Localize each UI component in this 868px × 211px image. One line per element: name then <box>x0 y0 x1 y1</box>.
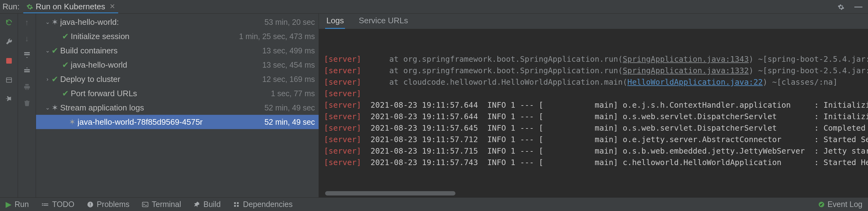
tree-item-time: 12 sec, 169 ms <box>260 75 315 84</box>
log-line: [server] 2021-08-23 19:11:57.644 INFO 1 … <box>324 111 868 122</box>
tree-item-name: Stream application logs <box>60 103 262 113</box>
svg-rect-0 <box>6 78 11 83</box>
source-link[interactable]: SpringApplication.java:1332 <box>623 66 749 75</box>
svg-rect-9 <box>143 202 148 207</box>
check-icon: ✔ <box>51 74 59 84</box>
log-line: [server] at cloudcode.helloworld.HelloWo… <box>324 76 868 88</box>
expand-all-icon[interactable] <box>23 50 31 59</box>
chevron-icon[interactable]: ⌄ <box>44 47 51 54</box>
log-line: [server] at org.springframework.boot.Spr… <box>324 65 868 76</box>
log-line: [server] 2021-08-23 19:11:57.715 INFO 1 … <box>324 145 868 157</box>
log-console[interactable]: [server] at org.springframework.boot.Spr… <box>319 29 868 197</box>
footer-terminal[interactable]: Terminal <box>142 200 181 209</box>
tree-row[interactable]: ✔Port forward URLs1 sec, 77 ms <box>36 86 319 100</box>
log-tab[interactable]: Logs <box>325 13 345 29</box>
spinner-icon: ✶ <box>51 18 59 27</box>
pushpin-icon[interactable] <box>5 95 13 103</box>
stop-icon[interactable] <box>5 57 13 65</box>
tree-item-name: java-hello-world <box>71 60 260 70</box>
arrow-up-icon[interactable]: ↑ <box>23 18 31 27</box>
spinner-icon: ✶ <box>51 103 59 113</box>
tree-item-time: 52 min, 49 sec <box>262 118 315 127</box>
tree-row[interactable]: ⌄✶java-hello-world:53 min, 20 sec <box>36 15 319 29</box>
source-link[interactable]: HelloWorldApplication.java:22 <box>627 78 763 87</box>
tree-row[interactable]: ⌄✶Stream application logs52 min, 49 sec <box>36 100 319 115</box>
layout-icon[interactable] <box>5 76 13 84</box>
svg-rect-4 <box>24 69 30 70</box>
footer-event-log-label: Event Log <box>827 200 862 209</box>
tree-item-name: Build containers <box>60 46 260 56</box>
log-tab[interactable]: Service URLs <box>358 13 409 29</box>
footer-problems[interactable]: Problems <box>87 200 130 209</box>
tree-item-name: java-hello-world: <box>60 18 262 27</box>
minimize-icon[interactable]: — <box>851 2 866 11</box>
close-icon[interactable]: ✕ <box>110 2 115 10</box>
chevron-icon[interactable]: ⌄ <box>44 19 51 25</box>
svg-rect-5 <box>24 71 30 72</box>
rerun-icon[interactable] <box>5 18 13 27</box>
run-steps-tree[interactable]: ⌄✶java-hello-world:53 min, 20 sec✔Initia… <box>36 14 319 197</box>
log-line: [server] 2021-08-23 19:11:57.712 INFO 1 … <box>324 134 868 145</box>
svg-rect-3 <box>24 54 30 55</box>
check-icon: ✔ <box>61 32 69 41</box>
event-log-badge-icon: ✔ <box>819 202 824 207</box>
footer-dependencies[interactable]: Dependencies <box>233 200 292 209</box>
collapse-all-icon[interactable] <box>23 66 31 75</box>
log-panel-tabs: LogsService URLs <box>319 14 868 29</box>
tree-item-name: java-hello-world-78f85d9569-4575r <box>78 117 262 127</box>
log-line: [server] 2021-08-23 19:11:57.644 INFO 1 … <box>324 99 868 111</box>
wrench-icon[interactable] <box>5 37 13 46</box>
footer-run[interactable]: ▶Run <box>6 200 29 209</box>
chevron-icon[interactable]: ⌄ <box>44 104 51 111</box>
tree-row[interactable]: ›✔Deploy to cluster12 sec, 169 ms <box>36 72 319 86</box>
footer-build[interactable]: Build <box>193 200 221 209</box>
check-icon: ✔ <box>61 60 69 70</box>
run-config-tab[interactable]: Run on Kubernetes ✕ <box>23 0 118 13</box>
footer-todo[interactable]: ≔TODO <box>41 200 74 209</box>
svg-rect-7 <box>90 203 91 205</box>
footer-run-label: Run <box>14 200 29 209</box>
tree-item-name: Deploy to cluster <box>60 74 260 84</box>
check-icon: ✔ <box>61 89 69 98</box>
footer-problems-label: Problems <box>97 200 130 209</box>
tree-row[interactable]: ✔Initialize session1 min, 25 sec, 473 ms <box>36 29 319 43</box>
run-label: Run: <box>2 2 20 11</box>
tree-item-time: 52 min, 49 sec <box>262 103 315 112</box>
footer-dependencies-label: Dependencies <box>243 200 292 209</box>
footer-event-log[interactable]: ✔ Event Log <box>819 200 862 209</box>
run-config-title: Run on Kubernetes <box>36 2 105 11</box>
trash-icon[interactable] <box>23 99 31 108</box>
tree-row[interactable]: ⌄✔Build containers13 sec, 499 ms <box>36 43 319 58</box>
tree-row[interactable]: ✶java-hello-world-78f85d9569-4575r52 min… <box>36 115 319 129</box>
tree-row[interactable]: ✔java-hello-world13 sec, 454 ms <box>36 58 319 72</box>
check-icon: ✔ <box>51 46 59 56</box>
log-line: [server] <box>324 88 868 99</box>
source-link[interactable]: SpringApplication.java:1343 <box>623 55 749 64</box>
tree-item-time: 53 min, 20 sec <box>262 18 315 27</box>
footer-build-label: Build <box>204 200 221 209</box>
arrow-down-icon[interactable]: ↓ <box>23 34 31 43</box>
footer-terminal-label: Terminal <box>152 200 181 209</box>
log-line: [server] 2021-08-23 19:11:57.645 INFO 1 … <box>324 122 868 134</box>
tree-item-time: 13 sec, 499 ms <box>260 46 315 55</box>
spinner-icon: ✶ <box>68 117 76 127</box>
tree-item-time: 1 min, 25 sec, 473 ms <box>237 32 315 41</box>
tree-item-name: Initialize session <box>71 32 237 41</box>
footer-todo-label: TODO <box>52 200 74 209</box>
run-tool-gutter <box>0 14 18 197</box>
log-line: [server] at org.springframework.boot.Spr… <box>324 53 868 65</box>
tree-item-time: 1 sec, 77 ms <box>268 89 315 98</box>
chevron-icon[interactable]: › <box>44 76 51 83</box>
svg-rect-8 <box>90 205 91 206</box>
settings-icon[interactable] <box>835 2 847 11</box>
tree-item-name: Port forward URLs <box>71 89 268 98</box>
tree-item-time: 13 sec, 454 ms <box>260 61 315 69</box>
horizontal-scrollbar[interactable] <box>325 191 456 195</box>
run-config-icon <box>26 2 33 10</box>
print-icon[interactable] <box>23 83 31 91</box>
log-line: [server] 2021-08-23 19:11:57.743 INFO 1 … <box>324 157 868 168</box>
svg-rect-2 <box>24 52 30 53</box>
test-tool-gutter: ↑ ↓ <box>18 14 36 197</box>
